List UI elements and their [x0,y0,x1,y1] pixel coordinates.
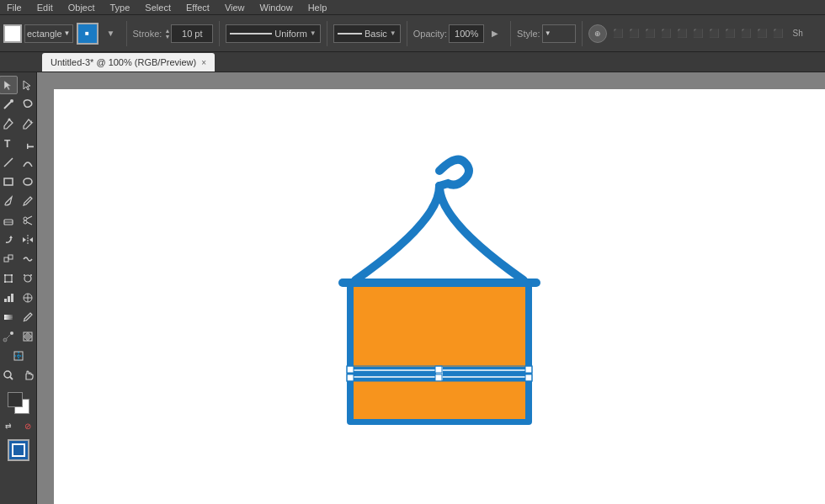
rectangle-tool[interactable] [0,172,18,191]
chevron-down-icon: ▼ [545,29,551,37]
line-tool-row [0,153,37,172]
ellipse-tool[interactable] [19,172,37,191]
shape-dropdown[interactable]: ectangle ▼ [24,24,73,43]
lasso-tool[interactable] [19,95,37,114]
paintbrush-tool[interactable] [0,192,18,210]
arrange-icon-2[interactable]: ⬛ [626,24,641,43]
menu-file[interactable]: File [3,3,25,13]
align-icons-group: ⬛ ⬛ ⬛ ⬛ ⬛ ⬛ ⬛ ⬛ ⬛ ⬛ ⬛ [610,24,785,43]
arrange-icon-8[interactable]: ⬛ [722,24,737,43]
free-transform-tool[interactable] [0,269,18,288]
rotate-tool[interactable] [0,231,18,249]
blend-tool[interactable] [0,327,18,346]
pencil-tool[interactable] [19,192,37,210]
eraser-tool[interactable] [0,211,18,230]
menu-object[interactable]: Object [65,3,98,13]
arc-tool[interactable] [19,153,37,172]
tab-close-button[interactable]: × [201,58,206,67]
arrange-icon-9[interactable]: ⬛ [738,24,753,43]
transform-dropdown[interactable]: ▼ [102,24,120,43]
color-toggle-row: ⇄ ⊘ [0,416,37,435]
slice-tool[interactable] [9,347,28,365]
arrange-icon-3[interactable]: ⬛ [642,24,657,43]
global-icon[interactable]: ⊕ [588,24,607,43]
arrange-icon-4[interactable]: ⬛ [658,24,673,43]
mesh-tool[interactable] [19,289,37,307]
svg-rect-21 [11,274,13,276]
canvas-white [54,89,825,504]
opacity-value-input[interactable] [449,24,484,43]
svg-rect-45 [13,444,24,456]
transform-icon[interactable]: ■ [77,23,98,45]
none-color-icon[interactable]: ⊘ [19,416,37,435]
pen-tool[interactable] [0,114,18,133]
svg-point-24 [24,275,31,282]
document-tab[interactable]: Untitled-3* @ 100% (RGB/Preview) × [42,53,215,72]
style-group: Style: ▼ [517,24,576,43]
opacity-expand-icon[interactable]: ▶ [486,24,504,43]
brush-label: Basic [365,29,387,39]
style-dropdown[interactable]: ▼ [542,24,576,43]
menu-effect[interactable]: Effect [183,3,213,13]
menu-select[interactable]: Select [141,3,174,13]
stroke-swatch[interactable] [8,392,23,407]
arrange-icon-7[interactable]: ⬛ [706,24,721,43]
toggle-color-icon[interactable]: ⇄ [0,416,18,435]
eraser-row [0,211,37,230]
menu-edit[interactable]: Edit [34,3,56,13]
tab-title: Untitled-3* @ 100% (RGB/Preview) [51,57,196,67]
svg-point-8 [24,178,32,185]
gradient-tool[interactable] [0,308,18,326]
arrange-icon-6[interactable]: ⬛ [690,24,705,43]
svg-rect-57 [435,374,442,381]
menu-view[interactable]: View [221,3,248,13]
line-tool[interactable] [0,153,18,172]
column-graph-tool[interactable] [0,289,18,307]
arrange-icon-11[interactable]: ⬛ [770,24,785,43]
eyedropper-tool[interactable] [19,308,37,326]
svg-rect-55 [525,366,532,373]
fill-color-swatch[interactable] [3,24,22,43]
chevron-down-icon: ▼ [390,29,397,37]
warp-tool[interactable] [19,250,37,268]
svg-point-12 [24,220,27,224]
menu-help[interactable]: Help [305,3,331,13]
stroke-profile-dropdown[interactable]: Uniform ▼ [226,24,320,43]
menu-window[interactable]: Window [257,3,296,13]
stroke-value-input[interactable] [171,24,213,43]
toolbar: ectangle ▼ ■ ▼ Stroke: ▲ ▼ Uniform ▼ Bas… [0,15,825,52]
svg-rect-28 [8,296,10,302]
separator-1 [126,21,127,46]
vertical-type-tool[interactable]: T [19,134,37,152]
svg-rect-58 [525,374,532,381]
arrange-icon-10[interactable]: ⬛ [754,24,769,43]
scissors-tool[interactable] [19,211,37,230]
hand-tool[interactable] [19,366,37,385]
brush-dropdown[interactable]: Basic ▼ [333,24,401,43]
more-options-icon[interactable]: Sh [789,24,807,43]
stroke-spinner[interactable]: ▲ ▼ [164,24,170,43]
opacity-group: Opacity: ▶ [413,24,504,43]
type-tool[interactable]: T [0,134,18,152]
svg-rect-17 [4,257,8,262]
reflect-tool[interactable] [19,231,37,249]
active-tool-preview[interactable] [8,439,29,461]
add-anchor-tool[interactable]: + [19,114,37,133]
arrange-icon-5[interactable]: ⬛ [674,24,689,43]
arrange-icon-1[interactable]: ⬛ [610,24,625,43]
zoom-tool[interactable] [0,366,18,385]
svg-line-14 [27,222,32,225]
svg-point-37 [10,332,13,335]
direct-selection-tool[interactable] [19,76,37,94]
magic-wand-tool[interactable] [0,95,18,114]
live-paint-tool[interactable] [19,327,37,346]
svg-rect-23 [11,281,13,283]
menu-type[interactable]: Type [107,3,134,13]
chevron-down-icon: ▼ [64,29,71,37]
scale-tool[interactable] [0,250,18,268]
chevron-down-icon: ▼ [310,29,317,37]
symbol-sprayer-tool[interactable] [19,269,37,288]
stroke-group: Stroke: ▲ ▼ [133,24,214,43]
selection-tool[interactable] [0,76,18,94]
svg-rect-56 [347,374,354,381]
